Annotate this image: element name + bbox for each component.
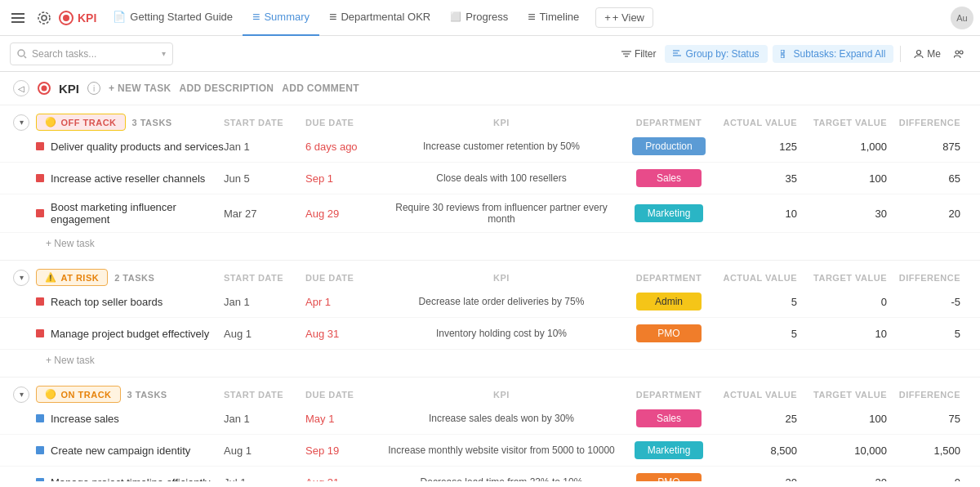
- collapse-at-risk-button[interactable]: ▾: [13, 270, 29, 286]
- svg-point-3: [42, 16, 47, 20]
- kpi-value: Decrease lead time from 23% to 10%: [387, 476, 616, 481]
- me-button[interactable]: Me: [907, 45, 947, 63]
- new-task-at-risk[interactable]: + New task: [0, 350, 980, 371]
- task-name-cell: Deliver quality products and services: [36, 141, 224, 153]
- svg-rect-1: [11, 17, 24, 19]
- dept-badge: PMO: [636, 473, 702, 481]
- start-date: Jan 1: [224, 141, 305, 153]
- new-task-off-track[interactable]: + New task: [0, 233, 980, 254]
- due-date: Aug 31: [305, 476, 387, 482]
- invite-button[interactable]: [947, 46, 970, 62]
- dept-cell: Production: [616, 137, 722, 155]
- kpi-info-icon[interactable]: i: [87, 82, 100, 95]
- filter-button[interactable]: Filter: [613, 45, 665, 63]
- group-label: Group by: Status: [686, 48, 760, 60]
- view-label: + View: [612, 11, 644, 24]
- start-date: Jun 5: [224, 172, 305, 185]
- settings-icon[interactable]: [33, 7, 56, 29]
- off-track-badge: 🟡 OFF TRACK: [36, 114, 126, 131]
- actual-value: 35: [722, 172, 804, 185]
- actual-value: 8,500: [722, 445, 804, 457]
- table-row[interactable]: Manage project timeline efficiently Jul …: [0, 467, 980, 481]
- section-on-track: ▾ 🟡 ON TRACK 3 TASKS START DATE DUE DATE…: [0, 378, 980, 481]
- target-value: 10: [804, 328, 893, 340]
- svg-point-19: [960, 51, 963, 54]
- th-diff: DIFFERENCE: [893, 118, 967, 127]
- actual-value: 20: [722, 476, 804, 482]
- table-row[interactable]: Deliver quality products and services Ja…: [0, 131, 980, 163]
- kpi-value: Close deals with 100 resellers: [387, 172, 616, 184]
- kpi-value: Inventory holding cost by 10%: [387, 328, 616, 339]
- kpi-logo-label: KPI: [78, 11, 96, 25]
- table-row[interactable]: Increase active reseller channels Jun 5 …: [0, 163, 980, 194]
- group-by-button[interactable]: Group by: Status: [665, 45, 768, 63]
- difference: -5: [893, 296, 967, 308]
- target-value: 1,000: [804, 141, 893, 153]
- kpi-value: Decrease late order deliveries by 75%: [387, 296, 616, 307]
- due-date: May 1: [305, 413, 387, 425]
- section-on-track-header: ▾ 🟡 ON TRACK 3 TASKS START DATE DUE DATE…: [0, 378, 980, 403]
- task-indicator: [36, 297, 44, 306]
- table-row[interactable]: Manage project budget effectively Aug 1 …: [0, 318, 980, 350]
- actual-value: 10: [722, 208, 804, 220]
- table-row[interactable]: Increase sales Jan 1 May 1 Increase sale…: [0, 403, 980, 435]
- tab-progress[interactable]: ⬜ Progress: [440, 0, 518, 36]
- task-name: Increase active reseller channels: [51, 172, 205, 185]
- add-description-action[interactable]: ADD DESCRIPTION: [179, 83, 274, 94]
- tab-summary[interactable]: ≡ Summary: [243, 0, 319, 36]
- task-indicator: [36, 174, 44, 182]
- dept-cell: Marketing: [616, 441, 722, 459]
- difference: 1,500: [893, 445, 967, 457]
- task-name-cell: Increase sales: [36, 413, 224, 425]
- on-track-label: ON TRACK: [61, 390, 112, 400]
- collapse-off-track-button[interactable]: ▾: [13, 114, 29, 131]
- main-content: ▾ 🟡 OFF TRACK 3 TASKS START DATE DUE DAT…: [0, 105, 980, 481]
- search-box[interactable]: Search tasks... ▾: [10, 42, 173, 65]
- tab-departmental-okr[interactable]: ≡ Departmental OKR: [319, 0, 440, 36]
- me-label: Me: [927, 48, 941, 60]
- tab-label: Getting Started Guide: [130, 11, 233, 23]
- task-name: Create new campaign identity: [51, 445, 190, 457]
- kpi-title: KPI: [59, 82, 79, 96]
- collapse-on-track-button[interactable]: ▾: [13, 386, 29, 403]
- task-name-cell: Boost marketing influencer engagement: [36, 201, 224, 226]
- svg-point-7: [18, 50, 24, 56]
- section-at-risk-header: ▾ ⚠️ AT RISK 2 TASKS START DATE DUE DATE…: [0, 261, 980, 286]
- due-date: Sep 1: [305, 172, 387, 185]
- table-row[interactable]: Create new campaign identity Aug 1 Sep 1…: [0, 435, 980, 467]
- target-value: 20: [804, 476, 893, 482]
- at-risk-label: AT RISK: [61, 273, 100, 283]
- hamburger-icon[interactable]: [7, 7, 29, 29]
- difference: 20: [893, 208, 967, 220]
- task-name: Manage project budget effectively: [51, 328, 209, 340]
- start-date: Jul 1: [224, 476, 305, 482]
- view-button[interactable]: + + View: [595, 7, 653, 28]
- kpi-value: Increase sales deals won by 30%: [387, 413, 616, 424]
- toolbar: Search tasks... ▾ Filter Group by: Statu…: [0, 36, 980, 72]
- task-name: Reach top seller boards: [51, 296, 163, 308]
- tab-getting-started[interactable]: 📄 Getting Started Guide: [103, 0, 243, 36]
- task-indicator: [36, 329, 44, 337]
- new-task-action[interactable]: + NEW TASK: [109, 83, 171, 94]
- table-row[interactable]: Reach top seller boards Jan 1 Apr 1 Decr…: [0, 286, 980, 318]
- dept-cell: Sales: [616, 409, 722, 427]
- due-date: Aug 29: [305, 208, 387, 220]
- tab-icon: ⬜: [450, 11, 461, 22]
- due-date: Aug 31: [305, 328, 387, 340]
- difference: 875: [893, 141, 967, 153]
- kpi-header: ◁ KPI i + NEW TASK ADD DESCRIPTION ADD C…: [0, 72, 980, 105]
- on-track-badge: 🟡 ON TRACK: [36, 386, 121, 403]
- task-name: Increase sales: [51, 413, 119, 425]
- task-name: Manage project timeline efficiently: [51, 476, 211, 482]
- at-risk-badge: ⚠️ AT RISK: [36, 269, 108, 286]
- kpi-logo[interactable]: KPI: [59, 11, 96, 25]
- collapse-kpi-button[interactable]: ◁: [13, 80, 29, 96]
- table-row[interactable]: Boost marketing influencer engagement Ma…: [0, 194, 980, 233]
- task-name-cell: Create new campaign identity: [36, 445, 224, 457]
- subtasks-button[interactable]: Subtasks: Expand All: [773, 45, 894, 63]
- user-avatar[interactable]: Au: [951, 7, 973, 29]
- svg-line-8: [24, 56, 27, 58]
- tab-timeline[interactable]: ≡ Timeline: [518, 0, 589, 36]
- add-comment-action[interactable]: ADD COMMENT: [282, 83, 359, 94]
- task-name: Boost marketing influencer engagement: [51, 201, 224, 226]
